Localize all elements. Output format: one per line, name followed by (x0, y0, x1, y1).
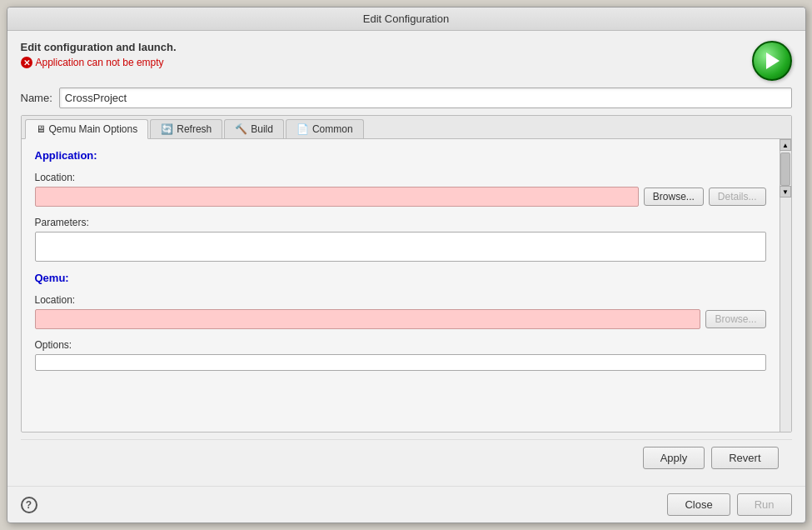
options-row: Options: (35, 339, 766, 371)
bottom-bar: ? Close Run (7, 486, 805, 522)
scrollbar-up-button[interactable]: ▲ (780, 139, 791, 151)
application-location-row: Location: Browse... Details... (35, 172, 766, 207)
parameters-label: Parameters: (35, 217, 766, 228)
refresh-icon: 🔄 (161, 123, 173, 135)
dialog-title: Edit Configuration (363, 12, 449, 25)
close-button[interactable]: Close (667, 493, 730, 516)
qemu-main-icon: 🖥 (36, 123, 46, 135)
dialog-body: Edit configuration and launch. ✕ Applica… (7, 31, 805, 486)
header-text-area: Edit configuration and launch. ✕ Applica… (21, 41, 177, 68)
error-message: Application can not be empty (36, 57, 164, 68)
qemu-location-label: Location: (35, 294, 766, 306)
qemu-section: Qemu: (35, 272, 766, 284)
header-row: Edit configuration and launch. ✕ Applica… (21, 41, 792, 81)
application-details-button[interactable]: Details... (709, 188, 766, 206)
qemu-location-input[interactable] (35, 309, 701, 329)
error-icon: ✕ (21, 57, 32, 68)
common-icon: 📄 (296, 123, 309, 135)
header-label: Edit configuration and launch. (21, 41, 177, 53)
revert-button[interactable]: Revert (711, 447, 778, 469)
tab-build[interactable]: 🔨 Build (224, 119, 284, 138)
scroll-area: Application: Location: Browse... Details… (22, 139, 780, 432)
qemu-location-input-row: Browse... (35, 309, 766, 329)
application-browse-button[interactable]: Browse... (644, 188, 704, 206)
tab-content: Application: Location: Browse... Details… (22, 139, 791, 432)
application-title: Application: (35, 149, 766, 162)
tab-qemu-main-options[interactable]: 🖥 Qemu Main Options (25, 119, 149, 139)
tab-common[interactable]: 📄 Common (286, 119, 364, 138)
name-input[interactable] (59, 88, 792, 108)
help-button[interactable]: ? (21, 497, 37, 513)
tab-build-label: Build (251, 123, 273, 135)
bottom-right-buttons: Close Run (667, 493, 791, 516)
options-partial-area (35, 354, 766, 371)
edit-configuration-dialog: Edit Configuration Edit configuration an… (7, 7, 806, 523)
application-location-label: Location: (35, 172, 766, 183)
application-location-input-row: Browse... Details... (35, 187, 766, 207)
title-bar: Edit Configuration (7, 8, 805, 31)
run-button-area (752, 41, 792, 81)
parameters-row: Parameters: (35, 217, 766, 262)
qemu-title: Qemu: (35, 272, 766, 284)
play-icon (766, 52, 780, 69)
tab-common-label: Common (312, 123, 353, 135)
tabs-bar: 🖥 Qemu Main Options 🔄 Refresh 🔨 Build 📄 … (22, 116, 791, 139)
qemu-browse-button[interactable]: Browse... (705, 310, 765, 328)
run-button[interactable]: Run (737, 493, 792, 516)
tab-qemu-main-label: Qemu Main Options (49, 123, 138, 135)
tab-refresh[interactable]: 🔄 Refresh (150, 119, 222, 138)
application-section: Application: (35, 149, 766, 162)
footer-buttons: Apply Revert (21, 439, 792, 476)
qemu-location-row: Location: Browse... (35, 294, 766, 329)
name-row: Name: (21, 88, 792, 108)
parameters-input[interactable] (35, 232, 766, 262)
error-row: ✕ Application can not be empty (21, 57, 177, 68)
tab-refresh-label: Refresh (177, 123, 212, 135)
name-label: Name: (21, 92, 52, 104)
scrollbar-down-button[interactable]: ▼ (780, 186, 791, 198)
scrollbar-track: ▲ ▼ (780, 139, 791, 432)
apply-button[interactable]: Apply (643, 447, 705, 469)
run-circle-button[interactable] (752, 41, 792, 81)
scrollbar-thumb[interactable] (780, 152, 790, 186)
build-icon: 🔨 (235, 123, 247, 135)
application-location-input[interactable] (35, 187, 639, 207)
options-label: Options: (35, 339, 766, 351)
tabs-container: 🖥 Qemu Main Options 🔄 Refresh 🔨 Build 📄 … (21, 115, 792, 432)
